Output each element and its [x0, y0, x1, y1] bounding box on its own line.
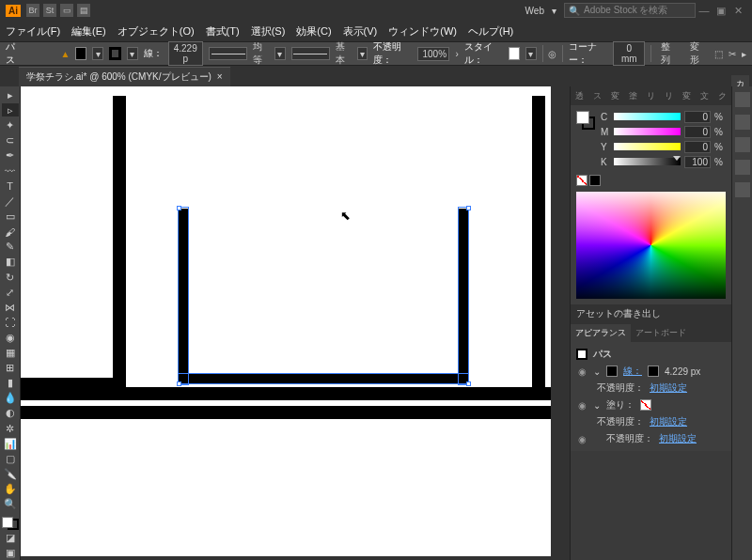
dock-icon-5[interactable] — [735, 182, 750, 197]
obj-visibility-icon[interactable]: ◉ — [576, 434, 588, 444]
stroke-row-label[interactable]: 線： — [623, 365, 642, 378]
perspective-tool[interactable]: ▦ — [2, 347, 19, 360]
stroke-profile[interactable] — [209, 47, 247, 60]
fill-dropdown[interactable]: ▾ — [92, 47, 103, 60]
menu-object[interactable]: オブジェクト(O) — [118, 24, 195, 39]
obj-opacity-value[interactable]: 初期設定 — [659, 432, 726, 445]
fill-none-swatch[interactable] — [640, 399, 651, 411]
stroke-dropdown[interactable]: ▾ — [127, 47, 138, 60]
blend-tool[interactable]: ◐ — [2, 407, 19, 420]
opacity-arrow-icon[interactable]: › — [455, 49, 458, 59]
menu-select[interactable]: 選択(S) — [251, 24, 286, 39]
panel-tab-4[interactable]: リ — [642, 87, 660, 105]
magenta-value[interactable]: 0 — [684, 126, 711, 138]
workspace-label[interactable]: Web — [525, 6, 544, 16]
layout-icon[interactable]: ▭ — [60, 4, 73, 17]
shaper-tool[interactable]: ✎ — [2, 241, 19, 254]
stroke-weight-input[interactable]: 4.229 p — [168, 41, 203, 66]
menu-effect[interactable]: 効果(C) — [296, 24, 331, 39]
free-transform-tool[interactable]: ⛶ — [2, 316, 19, 329]
close-button[interactable]: ✕ — [729, 5, 746, 17]
maximize-button[interactable]: ▣ — [713, 5, 729, 17]
panel-tab-8[interactable]: ク — [713, 87, 731, 105]
line-tool[interactable]: ／ — [2, 194, 19, 209]
cyan-slider[interactable] — [614, 113, 681, 122]
panel-tab-7[interactable]: 文 — [696, 87, 713, 105]
minimize-button[interactable]: — — [696, 5, 713, 16]
graph-tool[interactable]: 📊 — [2, 437, 19, 450]
dock-icon-4[interactable] — [735, 160, 750, 175]
recolor-icon[interactable]: ◎ — [548, 49, 556, 59]
canvas-area[interactable]: ⬉ — [21, 86, 570, 560]
style-swatch[interactable] — [509, 47, 520, 60]
mesh-tool[interactable]: ⊞ — [2, 362, 19, 375]
isolate-icon[interactable]: ⬚ — [714, 49, 723, 59]
stroke-weight-value[interactable]: 4.229 px — [665, 366, 726, 377]
panel-tab-6[interactable]: 変 — [678, 87, 696, 105]
dock-icon-2[interactable] — [735, 115, 750, 130]
menu-type[interactable]: 書式(T) — [206, 24, 240, 39]
transform-button[interactable]: 変形 — [686, 39, 709, 69]
fill-caret-icon[interactable]: ⌄ — [593, 400, 601, 411]
slice-tool[interactable]: 🔪 — [2, 467, 19, 480]
asset-export-panel-header[interactable]: アセットの書き出し — [571, 304, 731, 323]
color-mode-icon[interactable]: ◪ — [2, 532, 19, 545]
rotate-tool[interactable]: ↻ — [2, 271, 19, 284]
fill-stroke-indicator[interactable] — [2, 517, 19, 530]
fill-swatch[interactable] — [75, 47, 86, 60]
tab-appearance[interactable]: アピアランス — [571, 324, 631, 342]
align-button[interactable]: 整列 — [657, 39, 680, 69]
color-spectrum[interactable] — [576, 192, 726, 299]
black-value[interactable]: 100 — [684, 156, 711, 168]
document-tab[interactable]: 学祭チラシ.ai* @ 600% (CMYK/プレビュー) × — [19, 67, 230, 86]
yellow-slider[interactable] — [614, 143, 681, 152]
brush-def[interactable] — [291, 47, 330, 60]
menu-edit[interactable]: 編集(E) — [71, 24, 106, 39]
magenta-slider[interactable] — [614, 128, 681, 137]
workspace-dropdown-icon[interactable]: ▾ — [552, 6, 556, 16]
stock-search-input[interactable]: 🔍 Adobe Stock を検索 — [564, 3, 696, 18]
direct-selection-tool[interactable]: ▹ — [2, 103, 19, 117]
artboard[interactable]: ⬉ — [21, 86, 551, 556]
hand-tool[interactable]: ✋ — [2, 482, 19, 495]
rectangle-tool[interactable]: ▭ — [2, 210, 19, 224]
selection-tool[interactable]: ▸ — [2, 88, 19, 101]
eyedropper-tool[interactable]: 💧 — [2, 392, 19, 405]
bridge-icon[interactable]: Br — [26, 4, 39, 17]
menu-window[interactable]: ウィンドウ(W) — [388, 24, 457, 39]
more-icon[interactable]: ▸ — [742, 49, 746, 59]
style-dropdown[interactable]: ▾ — [525, 47, 537, 60]
stroke-visibility-icon[interactable]: ◉ — [576, 366, 588, 377]
stroke-opacity-value[interactable]: 初期設定 — [650, 381, 726, 395]
cyan-value[interactable]: 0 — [684, 111, 711, 123]
zoom-tool[interactable]: 🔍 — [2, 497, 19, 510]
none-swatch[interactable] — [576, 175, 588, 186]
stroke-caret-icon[interactable]: ⌄ — [593, 366, 601, 377]
type-tool[interactable]: T — [2, 179, 19, 193]
curvature-tool[interactable]: 〰 — [2, 163, 19, 177]
tab-close-icon[interactable]: × — [217, 71, 223, 82]
panel-tab-2[interactable]: 変 — [606, 87, 624, 105]
screen-mode-icon[interactable]: ▣ — [2, 547, 19, 560]
dock-icon-3[interactable] — [735, 137, 750, 152]
edit-clip-icon[interactable]: ✂ — [728, 49, 736, 59]
pen-tool[interactable]: ✒ — [2, 148, 19, 162]
paintbrush-tool[interactable]: 🖌 — [2, 226, 19, 239]
fill-visibility-icon[interactable]: ◉ — [576, 400, 588, 411]
panel-tab-3[interactable]: 塗 — [624, 87, 642, 105]
menu-file[interactable]: ファイル(F) — [6, 24, 60, 39]
stroke-swatch-2[interactable] — [648, 366, 659, 377]
opacity-input[interactable]: 100% — [417, 47, 449, 61]
corner-input[interactable]: 0 mm — [613, 41, 645, 66]
fill-opacity-value[interactable]: 初期設定 — [650, 415, 726, 428]
scale-tool[interactable]: ⤢ — [2, 286, 19, 299]
artboard-tool[interactable]: ▢ — [2, 452, 19, 465]
arrange-icon[interactable]: ▤ — [77, 4, 90, 17]
black-swatch[interactable] — [589, 175, 601, 186]
symbol-sprayer-tool[interactable]: ✲ — [2, 422, 19, 435]
yellow-value[interactable]: 0 — [684, 141, 711, 153]
gradient-tool[interactable]: ▮ — [2, 377, 19, 390]
shape-builder-tool[interactable]: ◉ — [2, 331, 19, 344]
stroke-swatch[interactable] — [109, 47, 121, 60]
dock-icon-1[interactable] — [735, 92, 750, 107]
